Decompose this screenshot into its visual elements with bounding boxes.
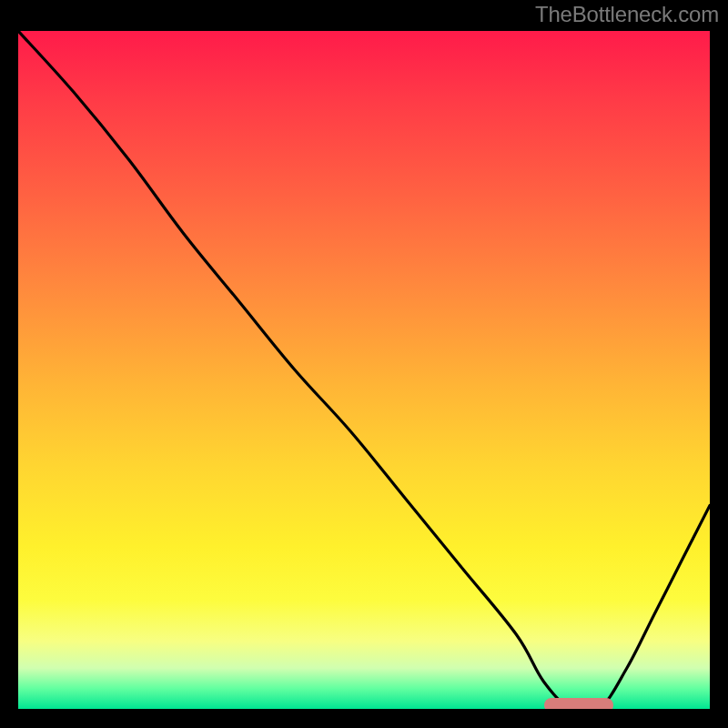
plot-area [18,31,710,709]
watermark-text: TheBottleneck.com [535,2,719,27]
bottleneck-curve [18,31,710,709]
curve-svg [18,31,710,709]
optimal-range-marker [544,698,613,709]
chart-container: TheBottleneck.com [0,0,728,728]
